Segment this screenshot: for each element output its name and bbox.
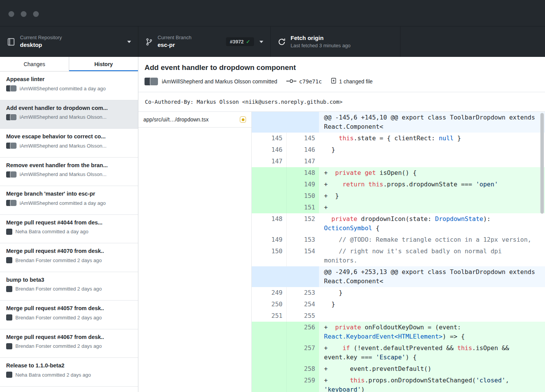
- zoom-button[interactable]: [33, 11, 39, 17]
- commit-list-item[interactable]: Merge pull request #4059 from d...: [0, 387, 138, 392]
- commit-item-avatars: [6, 143, 17, 149]
- commit-list-item[interactable]: Remove event handler from the bran... iA…: [0, 158, 138, 186]
- diff-line: 149+ return this.props.dropdownState ===…: [252, 179, 545, 190]
- tab-history[interactable]: History: [69, 57, 138, 71]
- app-content: Changes History Appease linter iAmWillSh…: [0, 57, 545, 392]
- commit-item-avatars: [6, 114, 17, 120]
- diff-hunk-header: @@ -145,6 +145,10 @@ export class Toolba…: [252, 112, 545, 133]
- code-line: + }: [319, 190, 545, 202]
- git-branch-icon: [145, 38, 153, 46]
- scrollbar-thumb[interactable]: [540, 113, 544, 214]
- code-line: // right now it's scaled badly on normal…: [319, 246, 545, 266]
- titlebar: [0, 0, 545, 26]
- old-line-number: 251: [252, 310, 286, 322]
- commit-item-meta: Brendan Forster committed 2 days ago: [6, 343, 132, 349]
- new-line-number: 257: [286, 342, 319, 363]
- old-line-number: 145: [252, 133, 286, 144]
- new-line-number: 151: [286, 202, 319, 213]
- old-line-number: 147: [252, 156, 286, 167]
- commit-sha[interactable]: c79e71c: [299, 78, 322, 85]
- commit-item-meta: iAmWillShepherd committed a day ago: [6, 85, 132, 91]
- last-fetched-status: Last fetched 3 minutes ago: [291, 43, 351, 49]
- diff-line: 258+ event.preventDefault(): [252, 363, 545, 375]
- code-line: + if (!event.defaultPrevented && this.is…: [319, 342, 545, 363]
- commit-item-avatars: [6, 229, 12, 235]
- close-button[interactable]: [8, 11, 14, 17]
- commit-item-meta-text: Neha Batra committed a day ago: [15, 229, 88, 234]
- old-line-number: [252, 375, 286, 392]
- commit-item-meta-text: iAmWillShepherd and Markus Olsson...: [20, 114, 106, 120]
- code-line: [319, 310, 545, 322]
- new-line-number: [286, 266, 319, 287]
- commit-item-avatars: [6, 200, 17, 206]
- commit-list-item[interactable]: Merge pull request #4044 from des... Neh…: [0, 215, 138, 244]
- avatar: [10, 85, 17, 91]
- commit-item-title: bump to beta3: [6, 277, 132, 283]
- commit-item-meta-text: iAmWillShepherd committed a day ago: [20, 200, 106, 206]
- commit-list-item[interactable]: Release to 1.1.0-beta2 Neha Batra commit…: [0, 358, 138, 387]
- commit-meta: iAmWillShepherd and Markus Olsson commit…: [145, 77, 539, 86]
- avatar: [6, 314, 12, 321]
- commit-detail: Add event handler to dropdown component …: [138, 57, 545, 392]
- old-line-number: 150: [252, 246, 286, 266]
- new-line-number: 254: [286, 299, 319, 310]
- fetch-origin-button[interactable]: Fetch origin Last fetched 3 minutes ago: [271, 27, 400, 57]
- old-line-number: [252, 190, 286, 202]
- avatar: [10, 171, 17, 178]
- new-line-number: 147: [286, 156, 319, 167]
- commit-item-title: Merge pull request #4070 from desk..: [6, 248, 132, 254]
- avatar: [6, 372, 12, 378]
- commit-list-item[interactable]: Merge pull request #4057 from desk.. Bre…: [0, 301, 138, 329]
- diff-line: 149153 // @TODO: Remake triangle octicon…: [252, 234, 545, 246]
- pull-request-badge[interactable]: #3972 ✓: [226, 37, 254, 46]
- minimize-button[interactable]: [21, 11, 27, 17]
- pull-request-number: #3972: [230, 39, 244, 45]
- file-row[interactable]: app/src/ui/t…/dropdown.tsx: [138, 112, 251, 128]
- commit-list-item[interactable]: Merge pull request #4070 from desk.. Bre…: [0, 243, 138, 272]
- tab-changes[interactable]: Changes: [0, 57, 69, 71]
- old-line-number: [252, 179, 286, 190]
- commit-item-meta: Neha Batra committed 2 days ago: [6, 372, 132, 378]
- added-line-marker: +: [324, 344, 328, 352]
- diff-line: 148152 private dropdownIcon(state: Dropd…: [252, 213, 545, 234]
- new-line-number: 145: [286, 133, 319, 144]
- code-line: private dropdownIcon(state: DropdownStat…: [319, 213, 545, 234]
- repo-icon: [7, 38, 15, 46]
- code-line: // @TODO: Remake triangle octicon in a 1…: [319, 234, 545, 246]
- commit-list-item[interactable]: Appease linter iAmWillShepherd committed…: [0, 71, 138, 100]
- commit-list: Appease linter iAmWillShepherd committed…: [0, 71, 138, 392]
- commit-list-item[interactable]: Merge branch 'master' into esc-pr iAmWil…: [0, 186, 138, 215]
- repository-name: desktop: [20, 42, 62, 49]
- modified-status-icon: [240, 116, 246, 123]
- diff-line: 249253 }: [252, 287, 545, 299]
- new-line-number: 253: [286, 287, 319, 299]
- sidebar-tabs: Changes History: [0, 57, 138, 71]
- diff-line: 256+ private onFoldoutKeyDown = (event: …: [252, 322, 545, 342]
- repository-switcher[interactable]: Current Repository desktop: [0, 27, 138, 57]
- commit-list-item[interactable]: Merge pull request #4067 from desk.. Bre…: [0, 329, 138, 358]
- status-check-icon: ✓: [246, 39, 250, 45]
- history-sidebar: Changes History Appease linter iAmWillSh…: [0, 57, 138, 392]
- diff-line: 146146 }: [252, 144, 545, 156]
- old-line-number: 250: [252, 299, 286, 310]
- commit-item-title: Add event handler to dropdown com...: [6, 105, 132, 111]
- avatar: [6, 257, 12, 263]
- code-line: + this.props.onDropdownStateChanged('clo…: [319, 375, 545, 392]
- file-diff-row: app/src/ui/t…/dropdown.tsx @@ -145,6 +14…: [138, 112, 545, 392]
- old-line-number: [252, 322, 286, 342]
- chevron-down-icon: [127, 41, 131, 43]
- added-line-marker: +: [324, 181, 328, 188]
- commit-item-title: Remove event handler from the bran...: [6, 162, 132, 168]
- new-line-number: [286, 112, 319, 133]
- commit-list-item[interactable]: Move escape behavior to correct co... iA…: [0, 129, 138, 158]
- new-line-number: 146: [286, 144, 319, 156]
- code-line: [319, 156, 545, 167]
- avatar: [150, 78, 158, 85]
- commit-item-meta: iAmWillShepherd and Markus Olsson...: [6, 143, 132, 149]
- commit-list-item[interactable]: Add event handler to dropdown com... iAm…: [0, 100, 138, 129]
- commit-item-avatars: [6, 286, 12, 292]
- commit-item-meta-text: iAmWillShepherd and Markus Olsson...: [20, 171, 106, 177]
- commit-list-item[interactable]: bump to beta3 Brendan Forster committed …: [0, 272, 138, 301]
- repository-switcher-label: Current Repository: [20, 35, 62, 41]
- branch-switcher[interactable]: Current Branch esc-pr #3972 ✓: [138, 27, 271, 57]
